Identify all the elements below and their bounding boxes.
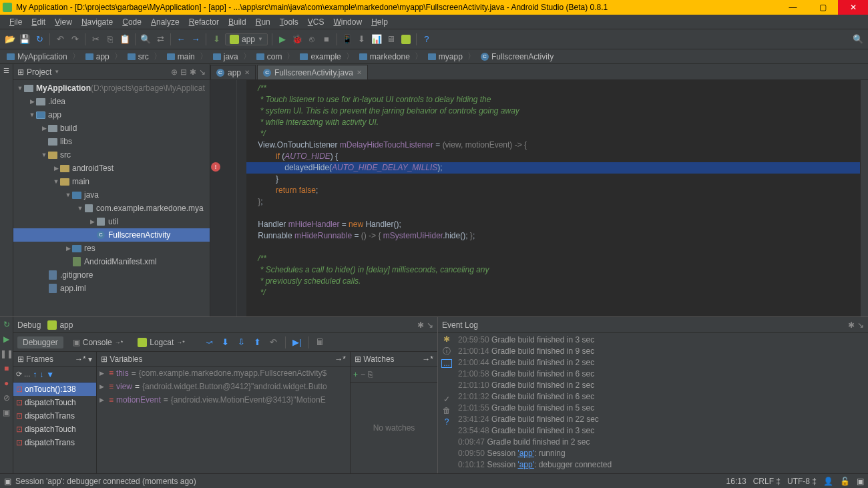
layout-icon[interactable]: ▣ — [3, 408, 10, 417]
hide-icon[interactable]: ↘ — [199, 67, 206, 77]
tree-item[interactable]: CFullscreenActivity — [13, 228, 210, 242]
sdk-icon[interactable]: ⬇ — [356, 33, 368, 45]
build-icon[interactable]: ⬇ — [210, 33, 222, 45]
evaluate-icon[interactable]: 🖩 — [314, 336, 327, 348]
stop-icon[interactable]: ■ — [320, 33, 333, 45]
mark-read-icon[interactable]: ✓ — [443, 395, 450, 404]
debug-icon[interactable]: 🐞 — [291, 33, 303, 45]
rerun-icon[interactable]: ↻ — [3, 320, 10, 329]
undo-icon[interactable]: ↶ — [54, 33, 66, 45]
breakpoints-icon[interactable]: ● — [4, 379, 9, 388]
tab-debugger[interactable]: Debugger — [17, 336, 63, 348]
maximize-button[interactable]: ▢ — [808, 0, 838, 15]
tree-item[interactable]: .gitignore — [13, 268, 210, 282]
paste-icon[interactable]: 📋 — [119, 33, 131, 45]
tree-item[interactable]: libs — [13, 135, 210, 148]
menu-analyze[interactable]: Analyze — [147, 16, 184, 28]
breadcrumb-item[interactable]: java〉 — [210, 51, 254, 62]
breadcrumb-item[interactable]: com〉 — [254, 51, 298, 62]
tree-item[interactable]: ▼app — [13, 108, 210, 121]
tree-item[interactable]: ▶res — [13, 242, 210, 255]
force-step-icon[interactable]: ⇩ — [236, 336, 248, 348]
project-tree[interactable]: ▼MyApplication (D:\projects\garbage\MyAp… — [13, 80, 210, 316]
step-over-icon[interactable]: ⤻ — [204, 336, 216, 348]
remove-watch-icon[interactable]: − — [361, 370, 365, 379]
info-icon[interactable]: ⓘ — [443, 346, 451, 357]
event-log-list[interactable]: 20:59:50 Gradle build finished in 3 sec2… — [455, 333, 868, 473]
open-icon[interactable]: 📂 — [4, 33, 16, 45]
tree-item[interactable]: AndroidManifest.xml — [13, 255, 210, 268]
inspection-icon[interactable]: 👤 — [823, 477, 833, 486]
tree-root[interactable]: ▼MyApplication (D:\projects\garbage\MyAp… — [13, 81, 210, 95]
log-link[interactable]: 'app' — [517, 460, 534, 469]
gear-icon[interactable]: ✱ — [848, 320, 855, 330]
variable-row[interactable]: ▶≡ this = {com.example.markedone.myapp.F… — [97, 367, 350, 380]
vars-menu-icon[interactable]: →* — [335, 354, 346, 364]
drop-frame-icon[interactable]: ↶ — [268, 336, 280, 348]
project-dropdown-icon[interactable]: ▼ — [54, 69, 59, 75]
find-icon[interactable]: 🔍 — [140, 33, 152, 45]
breadcrumb-item[interactable]: example〉 — [297, 51, 356, 62]
android2-icon[interactable] — [400, 33, 412, 45]
thread-dd-icon[interactable]: →* ▾ — [75, 354, 92, 364]
avd-icon[interactable]: 📱 — [341, 33, 353, 45]
tree-item[interactable]: ▶.idea — [13, 95, 210, 108]
breadcrumb-item[interactable]: src〉 — [125, 51, 164, 62]
save-icon[interactable]: 💾 — [19, 33, 31, 45]
sync-icon[interactable]: ↻ — [33, 33, 45, 45]
monitor-icon[interactable]: 🖥 — [385, 33, 397, 45]
breadcrumb-item[interactable]: CFullscreenActivity — [478, 52, 556, 61]
error-icon[interactable]: ! — [211, 162, 220, 172]
menu-view[interactable]: View — [51, 16, 76, 28]
variable-row[interactable]: ▶≡ motionEvent = {android.view.MotionEve… — [97, 393, 350, 407]
tree-item[interactable]: ▼java — [13, 188, 210, 202]
menu-edit[interactable]: Edit — [27, 16, 49, 28]
run-config-selector[interactable]: app ▼ — [225, 33, 268, 45]
thread-selector[interactable]: ⟳ ... — [16, 370, 30, 379]
back-icon[interactable]: ← — [175, 33, 187, 45]
trash-icon[interactable]: 🗑 — [443, 406, 451, 415]
breadcrumb-item[interactable]: app〉 — [83, 51, 125, 62]
collapse-icon[interactable]: ⊟ — [180, 67, 187, 77]
frame-row[interactable]: ⊡dispatchTouch — [13, 423, 96, 436]
balloon-icon[interactable]: … — [441, 359, 452, 368]
ddms-icon[interactable]: 📊 — [371, 33, 383, 45]
pause-icon[interactable]: ❚❚ — [0, 349, 13, 358]
tree-item[interactable]: ▼src — [13, 148, 210, 162]
attach-icon[interactable]: ⎋ — [306, 33, 318, 45]
tool-windows-icon[interactable]: ▣ — [4, 477, 11, 486]
prev-frame-icon[interactable]: ↑ — [33, 370, 37, 379]
variable-row[interactable]: ▶≡ view = {android.widget.Button@3412}"a… — [97, 380, 350, 393]
run-to-cursor-icon[interactable]: ▶| — [291, 336, 303, 348]
menu-build[interactable]: Build — [224, 16, 250, 28]
frame-row[interactable]: ⊡onTouch():138 — [13, 383, 96, 396]
watch-menu-icon[interactable]: →* — [422, 354, 433, 364]
project-tool-tab[interactable]: ☰ — [3, 67, 9, 74]
close-button[interactable]: ✕ — [838, 0, 868, 15]
breadcrumb-item[interactable]: myapp〉 — [425, 51, 478, 62]
step-into-icon[interactable]: ⬇ — [220, 336, 232, 348]
redo-icon[interactable]: ↷ — [69, 33, 81, 45]
status-eol[interactable]: CRLF ‡ — [753, 477, 781, 486]
add-watch-icon[interactable]: + — [353, 370, 358, 379]
menu-tools[interactable]: Tools — [276, 16, 302, 28]
menu-window[interactable]: Window — [329, 16, 366, 28]
gear-icon[interactable]: ✱ — [417, 320, 424, 330]
gear-icon[interactable]: ✱ — [190, 67, 196, 77]
menu-code[interactable]: Code — [118, 16, 146, 28]
menu-navigate[interactable]: Navigate — [77, 16, 117, 28]
status-encoding[interactable]: UTF-8 ‡ — [787, 477, 817, 486]
tab-logcat[interactable]: Logcat→* — [132, 336, 190, 348]
hide-icon[interactable]: ↘ — [857, 320, 864, 330]
tree-item[interactable]: ▼com.example.markedone.mya — [13, 202, 210, 215]
close-tab-icon[interactable]: ✕ — [244, 69, 250, 76]
help2-icon[interactable]: ? — [445, 417, 449, 427]
stop-debug-icon[interactable]: ■ — [4, 364, 9, 373]
copy-icon[interactable]: ⎘ — [104, 33, 116, 45]
cut-icon[interactable]: ✂ — [89, 33, 101, 45]
menu-vcs[interactable]: VCS — [304, 16, 329, 28]
menu-refactor[interactable]: Refactor — [185, 16, 223, 28]
scroll-from-source-icon[interactable]: ⊕ — [171, 67, 178, 77]
copy-watch-icon[interactable]: ⎘ — [368, 370, 373, 379]
forward-icon[interactable]: → — [190, 33, 202, 45]
